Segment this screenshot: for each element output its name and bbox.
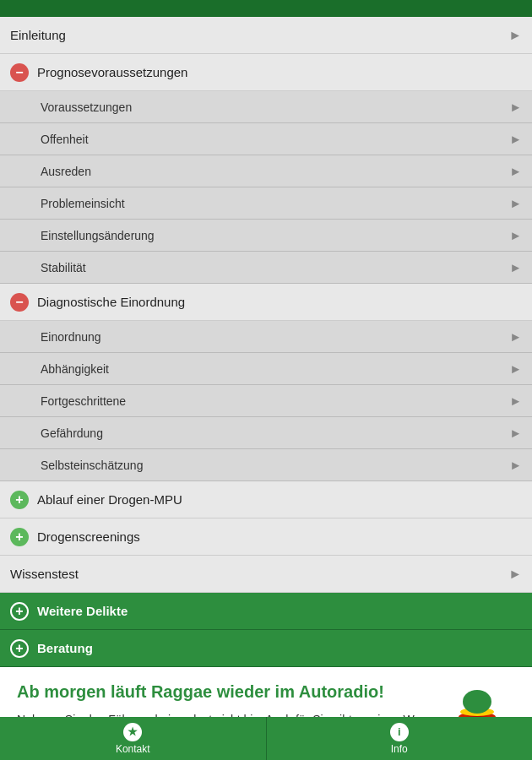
- sub-label-fortgeschrittene: Fortgeschrittene: [41, 394, 509, 408]
- chevron-right-icon: ►: [509, 260, 522, 274]
- chevron-right-icon: ►: [509, 132, 522, 146]
- menu-item-wissenstest-label: Wissenstest: [10, 567, 508, 581]
- chevron-right-icon: ►: [509, 394, 522, 408]
- chevron-right-icon: ►: [509, 426, 522, 440]
- menu-item-beratung-label: Beratung: [37, 641, 522, 655]
- ad-title: Ab morgen läuft Raggae wieder im Autorad…: [17, 681, 429, 703]
- bottom-nav: ★ Kontakt i Info: [0, 717, 532, 760]
- nav-item-kontakt[interactable]: ★ Kontakt: [0, 717, 267, 760]
- menu-sub-problemeinsicht[interactable]: Problemeinsicht ►: [0, 187, 532, 220]
- expand-circle-icon: +: [10, 639, 29, 658]
- menu-sub-voraussetzungen[interactable]: Voraussetzungen ►: [0, 91, 532, 123]
- menu-item-ablauf-label: Ablauf einer Drogen-MPU: [37, 492, 522, 507]
- sub-label-selbsteinschaetzung: Selbsteinschätzung: [41, 459, 509, 472]
- chevron-right-icon: ►: [509, 361, 522, 376]
- collapse-icon: −: [10, 293, 29, 312]
- sub-label-gefaehrdung: Gefährdung: [41, 426, 509, 440]
- menu-item-weitere-delikte-label: Weitere Delikte: [37, 604, 522, 618]
- menu-sub-ausreden[interactable]: Ausreden ►: [0, 155, 532, 187]
- expand-icon: +: [10, 491, 29, 509]
- menu-sub-offenheit[interactable]: Offenheit ►: [0, 123, 532, 155]
- sub-label-einstellungsaenderung: Einstellungsänderung: [41, 229, 509, 242]
- menu-sub-stabilitaet[interactable]: Stabilität ►: [0, 252, 532, 284]
- menu-item-drogenscreenings-label: Drogenscreenings: [37, 529, 522, 544]
- chevron-right-icon: ►: [508, 28, 522, 43]
- top-bar: [0, 0, 532, 17]
- menu-item-prognose-label: Prognosevoraussetzungen: [37, 65, 522, 79]
- expand-circle-icon: +: [10, 602, 29, 621]
- menu-sub-einordnung[interactable]: Einordnung ►: [0, 321, 532, 353]
- chevron-right-icon: ►: [509, 458, 522, 472]
- expand-icon: +: [10, 528, 29, 546]
- menu-item-diagnostische-einordnung[interactable]: − Diagnostische Einordnung: [0, 284, 532, 321]
- star-icon: ★: [123, 723, 142, 741]
- menu-item-beratung[interactable]: + Beratung: [0, 630, 532, 667]
- sub-label-einordnung: Einordnung: [41, 330, 509, 344]
- menu-sub-abhaengigkeit[interactable]: Abhängigkeit ►: [0, 353, 532, 385]
- nav-label-kontakt: Kontakt: [116, 743, 150, 755]
- chevron-right-icon: ►: [509, 164, 522, 178]
- chevron-right-icon: ►: [509, 329, 522, 344]
- menu-item-diagnostisch-label: Diagnostische Einordnung: [37, 295, 522, 309]
- info-icon: i: [390, 723, 409, 741]
- menu-item-wissenstest[interactable]: Wissenstest ►: [0, 556, 532, 593]
- menu-item-einleitung[interactable]: Einleitung ►: [0, 17, 532, 54]
- sub-label-offenheit: Offenheit: [41, 133, 509, 146]
- sub-label-stabilitaet: Stabilität: [41, 261, 509, 274]
- nav-item-info[interactable]: i Info: [267, 717, 533, 760]
- menu-sub-einstellungsaenderung[interactable]: Einstellungsänderung ►: [0, 220, 532, 252]
- menu-sub-selbsteinschaetzung[interactable]: Selbsteinschätzung ►: [0, 449, 532, 481]
- sub-label-ausreden: Ausreden: [41, 165, 509, 178]
- menu-item-ablauf-drogen-mpu[interactable]: + Ablauf einer Drogen-MPU: [0, 481, 532, 518]
- menu-item-drogenscreenings[interactable]: + Drogenscreenings: [0, 518, 532, 556]
- sub-label-voraussetzungen: Voraussetzungen: [41, 100, 509, 114]
- chevron-right-icon: ►: [509, 228, 522, 242]
- menu-item-prognosevoraussetzungen[interactable]: − Prognosevoraussetzungen: [0, 54, 532, 91]
- green-menu-section: + Weitere Delikte + Beratung: [0, 593, 532, 667]
- chevron-right-icon: ►: [509, 196, 522, 210]
- sub-label-problemeinsicht: Problemeinsicht: [41, 197, 509, 210]
- collapse-icon: −: [10, 63, 29, 82]
- menu-item-weitere-delikte[interactable]: + Weitere Delikte: [0, 593, 532, 630]
- menu-list: Einleitung ► − Prognosevoraussetzungen V…: [0, 17, 532, 593]
- menu-item-einleitung-label: Einleitung: [10, 28, 508, 42]
- chevron-right-icon: ►: [508, 567, 522, 582]
- nav-label-info: Info: [391, 743, 408, 755]
- svg-point-9: [463, 690, 491, 714]
- sub-label-abhaengigkeit: Abhängigkeit: [41, 362, 509, 376]
- menu-sub-fortgeschrittene[interactable]: Fortgeschrittene ►: [0, 385, 532, 417]
- chevron-right-icon: ►: [509, 100, 522, 114]
- menu-sub-gefaehrdung[interactable]: Gefährdung ►: [0, 417, 532, 449]
